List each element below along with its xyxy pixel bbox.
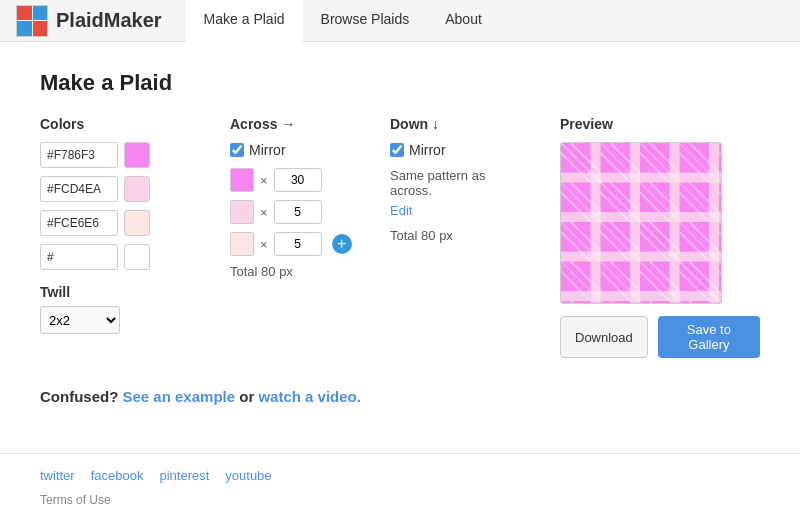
times-1: × xyxy=(260,173,268,188)
preview-canvas xyxy=(560,142,722,304)
color-input-4[interactable] xyxy=(40,244,118,270)
color-row-2 xyxy=(40,176,200,202)
nav-about[interactable]: About xyxy=(427,0,500,42)
color-swatch-1[interactable] xyxy=(124,142,150,168)
twill-select[interactable]: 1x1 2x2 3x3 xyxy=(40,306,120,334)
terms-link[interactable]: Terms of Use xyxy=(40,493,760,507)
logo-area: PlaidMaker xyxy=(16,5,162,37)
across-mirror-checkbox[interactable] xyxy=(230,143,244,157)
download-button[interactable]: Download xyxy=(560,316,648,358)
buttons-row: Download Save to Gallery xyxy=(560,316,760,358)
preview-header: Preview xyxy=(560,116,760,132)
color-input-2[interactable] xyxy=(40,176,118,202)
main-nav: Make a Plaid Browse Plaids About xyxy=(186,0,500,42)
twitter-link[interactable]: twitter xyxy=(40,468,75,483)
add-stripe-button[interactable]: + xyxy=(332,234,352,254)
nav-make-a-plaid[interactable]: Make a Plaid xyxy=(186,0,303,42)
stripe-row-2: × xyxy=(230,200,360,224)
save-to-gallery-button[interactable]: Save to Gallery xyxy=(658,316,760,358)
twill-section: Twill 1x1 2x2 3x3 xyxy=(40,284,200,334)
color-row-3 xyxy=(40,210,200,236)
color-swatch-2[interactable] xyxy=(124,176,150,202)
stripe-count-1[interactable] xyxy=(274,168,322,192)
color-row-1 xyxy=(40,142,200,168)
plaid-preview-svg xyxy=(561,143,721,303)
page-title: Make a Plaid xyxy=(40,70,760,96)
down-header: Down ↓ xyxy=(390,116,530,132)
same-pattern-text: Same pattern as across. xyxy=(390,168,530,198)
stripe-swatch-1[interactable] xyxy=(230,168,254,192)
down-mirror-row: Mirror xyxy=(390,142,530,158)
times-3: × xyxy=(260,237,268,252)
color-row-4 xyxy=(40,244,200,270)
times-2: × xyxy=(260,205,268,220)
color-swatch-3[interactable] xyxy=(124,210,150,236)
across-panel: Across → Mirror × × × + Total 80 px xyxy=(230,116,360,279)
stripe-count-2[interactable] xyxy=(274,200,322,224)
down-mirror-label: Mirror xyxy=(409,142,446,158)
stripe-swatch-2[interactable] xyxy=(230,200,254,224)
colors-header: Colors xyxy=(40,116,200,132)
logo-text: PlaidMaker xyxy=(56,9,162,32)
color-input-3[interactable] xyxy=(40,210,118,236)
see-example-link[interactable]: See an example xyxy=(123,388,236,405)
stripe-row-1: × xyxy=(230,168,360,192)
watch-video-link[interactable]: watch a video. xyxy=(258,388,361,405)
color-swatch-4[interactable] xyxy=(124,244,150,270)
nav-browse-plaids[interactable]: Browse Plaids xyxy=(303,0,428,42)
stripe-swatch-3[interactable] xyxy=(230,232,254,256)
content-area: Colors Twill 1x1 2x2 xyxy=(40,116,760,358)
facebook-link[interactable]: facebook xyxy=(91,468,144,483)
footer: twitter facebook pinterest youtube Terms… xyxy=(0,453,800,507)
logo-icon xyxy=(16,5,48,37)
stripe-row-3: × + xyxy=(230,232,360,256)
colors-panel: Colors Twill 1x1 2x2 xyxy=(40,116,200,334)
or-text: or xyxy=(239,388,258,405)
confused-section: Confused? See an example or watch a vide… xyxy=(40,388,760,405)
pinterest-link[interactable]: pinterest xyxy=(159,468,209,483)
across-mirror-row: Mirror xyxy=(230,142,360,158)
main-content: Make a Plaid Colors Twill xyxy=(0,42,800,425)
down-total: Total 80 px xyxy=(390,228,530,243)
twill-label: Twill xyxy=(40,284,200,300)
down-panel: Down ↓ Mirror Same pattern as across. Ed… xyxy=(390,116,530,243)
header: PlaidMaker Make a Plaid Browse Plaids Ab… xyxy=(0,0,800,42)
preview-panel: Preview xyxy=(560,116,760,358)
color-input-1[interactable] xyxy=(40,142,118,168)
social-links: twitter facebook pinterest youtube xyxy=(40,468,760,483)
confused-text: Confused? xyxy=(40,388,118,405)
edit-down-link[interactable]: Edit xyxy=(390,203,412,218)
stripe-count-3[interactable] xyxy=(274,232,322,256)
across-header: Across → xyxy=(230,116,360,132)
down-mirror-checkbox[interactable] xyxy=(390,143,404,157)
across-mirror-label: Mirror xyxy=(249,142,286,158)
youtube-link[interactable]: youtube xyxy=(225,468,271,483)
across-total: Total 80 px xyxy=(230,264,360,279)
